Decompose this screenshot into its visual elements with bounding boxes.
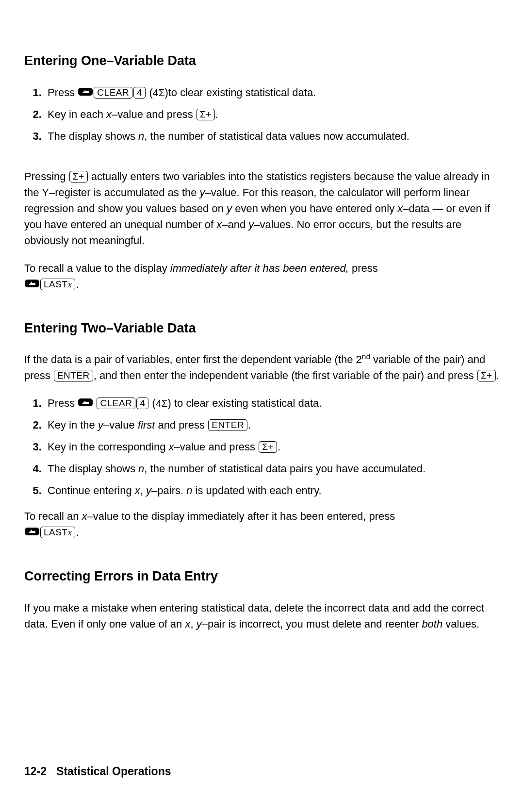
- heading-correcting-errors: Correcting Errors in Data Entry: [24, 566, 500, 586]
- correcting-errors-para: If you make a mistake when entering stat…: [24, 600, 500, 632]
- enter-key-icon: ENTER: [54, 370, 93, 381]
- list-item: Key in the corresponding x–value and pre…: [45, 439, 500, 455]
- list-item: The display shows n, the number of stati…: [45, 461, 500, 477]
- two-variable-intro: If the data is a pair of variables, ente…: [24, 351, 500, 383]
- four-sigma-label: 4Σ: [153, 87, 165, 98]
- list-item: Press CLEAR4 (4Σ) to clear existing stat…: [45, 395, 500, 411]
- shift-key-icon: [25, 280, 39, 287]
- enter-key-icon: ENTER: [208, 419, 247, 431]
- sigma-plus-key-icon: Σ+: [259, 441, 277, 453]
- one-variable-steps: Press CLEAR4 (4Σ)to clear existing stati…: [24, 84, 500, 144]
- clear-key-icon: CLEAR: [97, 398, 135, 409]
- chapter-title: Statistical Operations: [56, 765, 171, 778]
- list-item: Key in each x–value and press Σ+.: [45, 106, 500, 122]
- two-variable-recall: To recall an x–value to the display imme…: [24, 508, 500, 540]
- page-footer: 12-2Statistical Operations: [24, 765, 171, 778]
- page-number: 12-2: [24, 765, 47, 778]
- sigma-plus-key-icon: Σ+: [477, 370, 496, 381]
- one-variable-note-1: Pressing Σ+ actually enters two variable…: [24, 168, 500, 249]
- heading-one-variable: Entering One–Variable Data: [24, 51, 500, 71]
- lastx-key-icon: LASTx: [40, 527, 75, 538]
- shift-key-icon: [78, 88, 93, 96]
- sigma-plus-key-icon: Σ+: [196, 109, 215, 120]
- list-item: Press CLEAR4 (4Σ)to clear existing stati…: [45, 84, 500, 100]
- heading-two-variable: Entering Two–Variable Data: [24, 318, 500, 338]
- page-content: Entering One–Variable Data Press CLEAR4 …: [0, 0, 524, 632]
- four-key-icon: 4: [133, 87, 146, 99]
- one-variable-note-2: To recall a value to the display immedia…: [24, 260, 500, 292]
- shift-key-icon: [25, 528, 39, 535]
- list-item: Key in the y–value first and press ENTER…: [45, 417, 500, 433]
- lastx-key-icon: LASTx: [40, 279, 75, 290]
- list-item: Continue entering x, y–pairs. n is updat…: [45, 482, 500, 498]
- four-sigma-label: 4Σ: [156, 398, 168, 409]
- four-key-icon: 4: [136, 398, 148, 409]
- two-variable-steps: Press CLEAR4 (4Σ) to clear existing stat…: [24, 395, 500, 498]
- list-item: The display shows n, the number of stati…: [45, 128, 500, 144]
- clear-key-icon: CLEAR: [94, 87, 132, 99]
- sigma-plus-key-icon: Σ+: [69, 171, 88, 182]
- shift-key-icon: [78, 398, 93, 406]
